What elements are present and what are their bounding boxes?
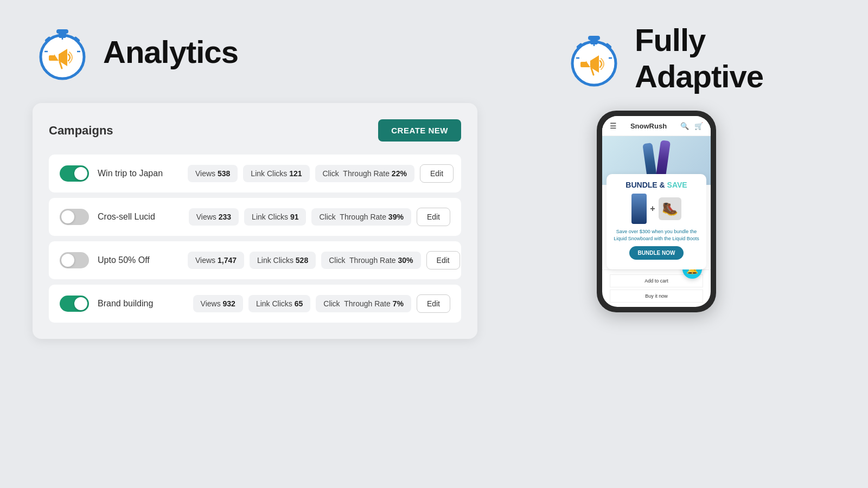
views-badge-4: Views 932 <box>193 295 243 312</box>
campaign-toggle-3[interactable] <box>60 252 89 268</box>
fully-adaptive-title: Fully Adaptive <box>635 22 835 94</box>
clicks-badge-4: Link Clicks 65 <box>248 295 310 312</box>
search-icon[interactable]: 🔍 <box>680 122 689 130</box>
phone-topbar: ☰ SnowRush 🔍 🛒 <box>602 116 711 136</box>
campaign-row-1: Win trip to Japan Views 538 Link Clicks … <box>49 155 461 192</box>
cart-icon[interactable]: 🛒 <box>694 122 703 130</box>
views-badge-2: Views 233 <box>189 208 239 226</box>
campaigns-header: Campaigns CREATE NEW <box>49 119 461 142</box>
product-boot-icon: 🥾 <box>659 197 681 220</box>
create-new-button[interactable]: CREATE NEW <box>378 119 461 142</box>
views-badge-1: Views 538 <box>188 165 238 182</box>
campaign-stats-4: Views 932 Link Clicks 65 Click Through R… <box>188 294 450 313</box>
ctr-badge-1: Click Through Rate 22% <box>315 165 414 182</box>
clicks-badge-2: Link Clicks 91 <box>244 208 306 226</box>
campaign-stats-1: Views 538 Link Clicks 121 Click Through … <box>188 164 454 183</box>
bundle-products: + 🥾 <box>613 194 700 224</box>
campaign-name-3: Upto 50% Off <box>98 255 179 265</box>
clicks-badge-1: Link Clicks 121 <box>243 165 309 182</box>
campaign-row-2: Cros-sell Lucid Views 233 Link Clicks 91… <box>49 198 461 236</box>
edit-button-3[interactable]: Edit <box>426 251 460 269</box>
svg-rect-9 <box>49 55 55 61</box>
campaign-toggle-2[interactable] <box>60 209 89 225</box>
ctr-badge-3: Click Through Rate 30% <box>321 252 420 269</box>
product-snowboard-icon <box>631 194 647 224</box>
bundle-title: BUNDLE & SAVE <box>613 181 700 189</box>
bundle-description: Save over $300 when you bundle the Liqui… <box>613 228 700 242</box>
campaign-row-4: Brand building Views 932 Link Clicks 65 … <box>49 285 461 323</box>
bundle-now-button[interactable]: BUNDLE NOW <box>629 246 684 260</box>
campaign-stats-2: Views 233 Link Clicks 91 Click Through R… <box>188 208 450 226</box>
ctr-badge-4: Click Through Rate 7% <box>316 295 411 312</box>
analytics-brand-header: Analytics <box>33 22 238 81</box>
campaign-stats-3: Views 1,747 Link Clicks 528 Click Throug… <box>188 251 460 269</box>
stopwatch-icon-right <box>564 28 624 88</box>
svg-rect-2 <box>56 29 68 34</box>
analytics-title: Analytics <box>103 34 238 70</box>
promo-card: BUNDLE & SAVE + 🥾 Save over $300 when yo… <box>607 174 706 269</box>
left-section: Analytics Campaigns CREATE NEW Win trip … <box>33 22 532 339</box>
edit-button-1[interactable]: Edit <box>420 164 454 183</box>
stopwatch-icon-left <box>33 22 92 81</box>
phone-screen: ☰ SnowRush 🔍 🛒 <box>602 116 711 307</box>
campaign-name-1: Win trip to Japan <box>98 169 179 178</box>
ctr-badge-2: Click Through Rate 39% <box>311 208 411 226</box>
svg-rect-20 <box>580 62 587 67</box>
edit-button-4[interactable]: Edit <box>417 294 450 313</box>
campaign-name-4: Brand building <box>98 299 179 309</box>
campaigns-title: Campaigns <box>49 124 113 138</box>
fully-adaptive-brand-header: Fully Adaptive <box>564 22 835 94</box>
campaign-toggle-1[interactable] <box>60 165 89 182</box>
buy-it-now-button[interactable]: Buy it now <box>610 290 703 303</box>
phone-mockup: ☰ SnowRush 🔍 🛒 <box>597 111 716 312</box>
svg-rect-13 <box>588 36 600 40</box>
phone-topbar-icons: 🔍 🛒 <box>680 122 703 130</box>
right-section: Fully Adaptive ☰ SnowRush 🔍 🛒 <box>564 22 835 312</box>
plus-icon: + <box>650 204 655 214</box>
campaign-toggle-4[interactable] <box>60 296 89 312</box>
phone-brand-name: SnowRush <box>630 122 667 130</box>
views-badge-3: Views 1,747 <box>188 252 244 269</box>
hamburger-icon[interactable]: ☰ <box>610 121 617 130</box>
edit-button-2[interactable]: Edit <box>417 208 450 226</box>
clicks-badge-3: Link Clicks 528 <box>250 252 316 269</box>
campaign-row-3: Upto 50% Off Views 1,747 Link Clicks 528… <box>49 241 461 279</box>
campaign-name-2: Cros-sell Lucid <box>98 212 179 222</box>
campaigns-panel: Campaigns CREATE NEW Win trip to Japan V… <box>33 103 477 339</box>
